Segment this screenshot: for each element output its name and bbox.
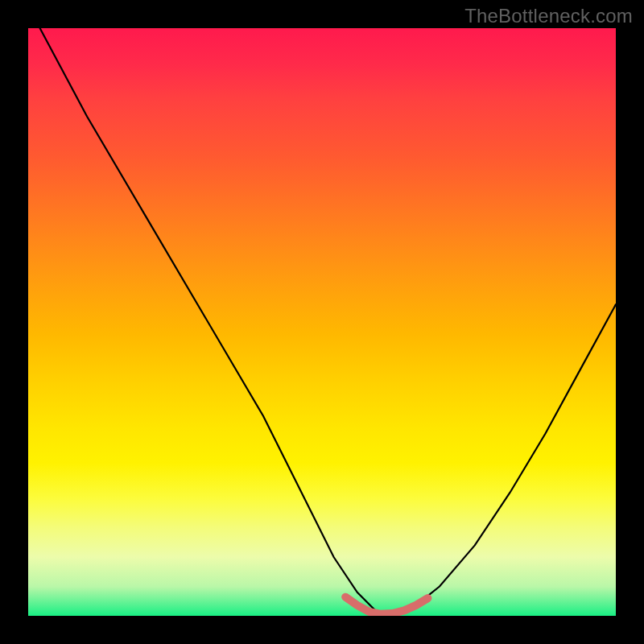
watermark-text: TheBottleneck.com: [464, 5, 633, 27]
primary-curve: [40, 28, 616, 616]
plot-area: [28, 28, 616, 616]
chart-svg: [28, 28, 616, 616]
highlight-valley: [345, 597, 427, 614]
